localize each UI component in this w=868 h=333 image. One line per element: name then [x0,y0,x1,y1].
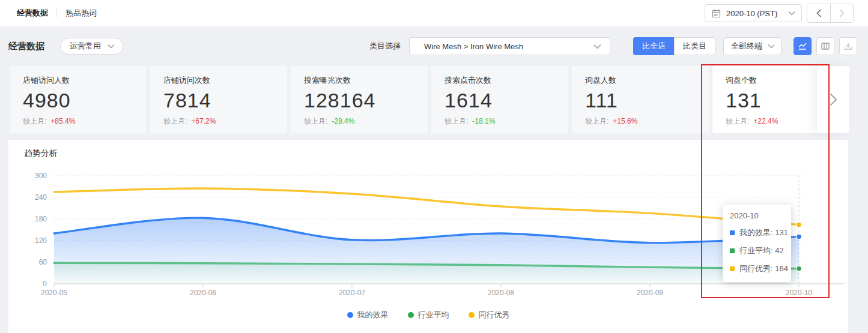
metric-card-label: 搜索曝光次数 [304,75,428,86]
legend-dot-icon [469,312,475,318]
cards-next-button[interactable] [817,66,849,133]
metric-card-label: 搜索点击次数 [445,75,568,86]
metric-card-mom: 较上月:+85.4% [23,116,147,127]
legend-item[interactable]: 同行优秀 [469,310,510,320]
compare-category-button[interactable]: 比类目 [674,37,715,55]
chart-tooltip: 2020-10 我的效果: 131行业平均: 42同行优秀: 164 [723,205,791,282]
legend-label: 同行优秀 [479,310,510,320]
tab-business-data[interactable]: 经营数据 [17,8,48,19]
compare-whole-store-button[interactable]: 比全店 [633,37,674,55]
svg-text:2020-08: 2020-08 [488,289,514,297]
metric-cards-row: 店铺访问人数4980较上月:+85.4%店铺访问次数7814较上月:+67.2%… [10,66,849,133]
metric-card-mom: 较上月:-18.1% [445,116,568,127]
metric-card-value: 7814 [163,89,287,112]
table-view-button[interactable] [816,37,834,55]
chart-legend: 我的效果行业平均同行优秀 [8,310,848,320]
prev-month-button[interactable] [807,4,830,22]
legend-dot-icon [347,312,353,318]
series-marker-icon [730,266,735,271]
metric-card[interactable]: 搜索曝光次数128164较上月:-28.4% [291,66,428,133]
svg-text:2020-05: 2020-05 [41,289,67,297]
svg-text:300: 300 [35,172,47,180]
chevron-down-icon [108,44,115,49]
metric-card[interactable]: 店铺访问人数4980较上月:+85.4% [10,66,147,133]
svg-text:240: 240 [35,193,47,202]
svg-text:120: 120 [35,236,47,245]
top-nav: 经营数据 热品热词 2020-10 (PST) [0,0,868,26]
svg-text:2020-09: 2020-09 [637,289,663,297]
legend-item[interactable]: 我的效果 [347,310,389,320]
chevron-down-icon [768,44,775,49]
terminal-select-value: 全部终端 [731,41,762,52]
next-month-button[interactable] [830,4,853,22]
metric-card-label: 询盘人数 [585,75,709,86]
tab-hot-keywords[interactable]: 热品热词 [65,8,97,19]
svg-text:2020-06: 2020-06 [190,289,216,297]
series-marker-icon [730,248,735,253]
chevron-left-icon [816,9,822,17]
download-icon [843,41,853,51]
svg-text:0: 0 [43,280,47,288]
metric-card-label: 店铺访问人数 [23,75,147,86]
category-select-label: 类目选择 [369,41,401,52]
metric-card-mom: 较上月:+15.6% [585,116,709,127]
preset-select[interactable]: 运营常用 [60,38,123,55]
compare-toggle-group: 比全店 比类目 [633,37,715,55]
toolbar-right: 类目选择 Wire Mesh > Iron Wire Mesh 比全店 比类目 … [369,37,857,55]
svg-text:60: 60 [39,258,47,266]
dashboard-page: 经营数据 热品热词 2020-10 (PST) [0,0,868,333]
chevron-right-icon [839,9,845,17]
legend-dot-icon [408,312,414,318]
line-chart-icon [798,41,807,51]
svg-text:2020-07: 2020-07 [339,289,365,297]
chevron-down-icon [788,11,795,16]
metric-card-mom: 较上月:+67.2% [163,116,287,127]
tab-divider [56,9,57,17]
legend-item[interactable]: 行业平均 [408,310,449,320]
metric-card[interactable]: 询盘人数111较上月:+15.6% [572,66,709,133]
legend-label: 我的效果 [357,310,389,320]
category-select-value: Wire Mesh > Iron Wire Mesh [424,42,523,51]
date-range-select[interactable]: 2020-10 (PST) [705,4,802,22]
chevron-right-icon [830,93,837,106]
top-nav-right: 2020-10 (PST) [705,4,854,23]
chevron-down-icon [593,44,601,49]
metric-card-value: 128164 [304,89,428,112]
month-pager [807,4,854,23]
metric-card-label: 店铺访问次数 [163,75,287,86]
trend-chart-panel: 趋势分析 0601201802403002020-052020-062020-0… [8,140,848,333]
series-marker-icon [730,230,735,235]
category-select[interactable]: Wire Mesh > Iron Wire Mesh [409,37,610,55]
metric-card[interactable]: 店铺访问次数7814较上月:+67.2% [150,66,287,133]
preset-select-value: 运营常用 [70,41,101,52]
svg-text:2020-10: 2020-10 [786,289,812,297]
metric-card-value: 4980 [23,89,147,112]
date-range-value: 2020-10 (PST) [726,9,777,18]
metric-card-value: 111 [585,89,709,112]
download-button[interactable] [839,37,857,55]
page-title: 经营数据 [8,41,44,52]
calendar-icon [712,9,721,18]
tooltip-row: 同行优秀: 164 [730,263,784,274]
tooltip-row: 我的效果: 131 [730,227,784,238]
line-chart-view-button[interactable] [794,37,812,55]
tooltip-title: 2020-10 [730,211,784,220]
metric-card[interactable]: 搜索点击次数1614较上月:-18.1% [431,66,568,133]
table-icon [821,41,830,51]
tooltip-row: 行业平均: 42 [730,245,784,256]
top-nav-tabs: 经营数据 热品热词 [17,8,97,19]
filters-toolbar: 经营数据 运营常用 类目选择 Wire Mesh > Iron Wire Mes… [8,37,857,56]
terminal-select[interactable]: 全部终端 [723,37,782,55]
svg-text:180: 180 [35,215,47,223]
legend-label: 行业平均 [418,310,449,320]
metric-card-mom: 较上月:-28.4% [304,116,428,127]
metric-card-value: 1614 [445,89,568,112]
